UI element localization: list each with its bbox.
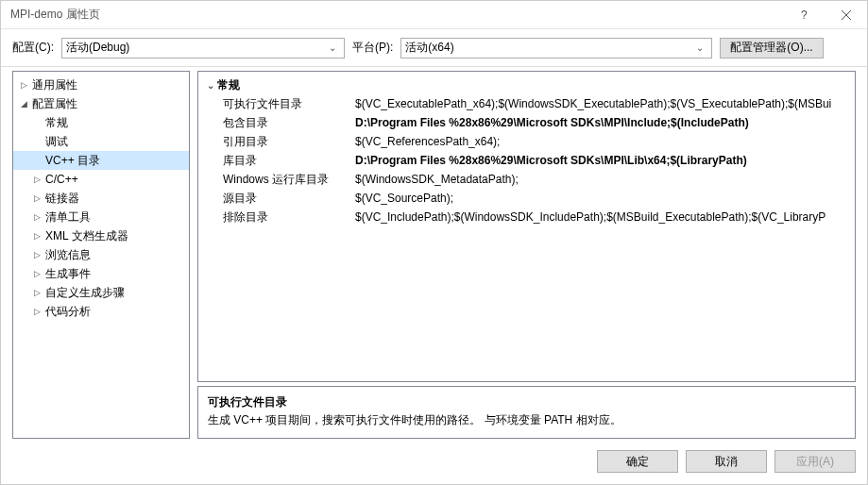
nav-tree[interactable]: ▷通用属性◢配置属性常规调试VC++ 目录▷C/C++▷链接器▷清单工具▷XML… [12, 71, 190, 439]
config-manager-label: 配置管理器(O)... [730, 40, 812, 56]
tree-item[interactable]: ▷代码分析 [13, 302, 189, 321]
tree-item-label: 通用属性 [30, 77, 77, 93]
tree-toggle-icon: ▷ [30, 286, 43, 299]
collapse-icon: ⌄ [204, 80, 217, 91]
tree-item-label: C/C++ [43, 173, 78, 186]
tree-toggle-icon: ▷ [30, 305, 43, 318]
toolbar: 配置(C): 活动(Debug) ⌄ 平台(P): 活动(x64) ⌄ 配置管理… [1, 29, 867, 67]
tree-toggle-icon [30, 154, 43, 167]
tree-toggle-icon: ▷ [30, 248, 43, 261]
property-row[interactable]: 引用目录$(VC_ReferencesPath_x64); [204, 132, 849, 151]
tree-item[interactable]: ▷链接器 [13, 189, 189, 208]
config-manager-button[interactable]: 配置管理器(O)... [720, 38, 823, 59]
property-name: 引用目录 [223, 134, 355, 150]
property-row[interactable]: 排除目录$(VC_IncludePath);$(WindowsSDK_Inclu… [204, 208, 849, 226]
property-value: $(VC_IncludePath);$(WindowsSDK_IncludePa… [355, 210, 849, 224]
tree-item-label: 链接器 [43, 191, 79, 207]
close-icon [842, 10, 851, 20]
tree-item-label: 清单工具 [43, 209, 91, 226]
close-button[interactable] [825, 1, 867, 29]
property-name: 源目录 [223, 191, 355, 207]
property-name: Windows 运行库目录 [223, 172, 355, 188]
tree-item-label: 常规 [43, 115, 68, 131]
tree-item-label: 浏览信息 [43, 247, 91, 263]
tree-item[interactable]: ▷浏览信息 [13, 245, 189, 264]
tree-item[interactable]: ▷XML 文档生成器 [13, 226, 189, 245]
description-title: 可执行文件目录 [208, 394, 845, 410]
ok-label: 确定 [626, 454, 649, 470]
tree-toggle-icon: ▷ [30, 267, 43, 280]
config-value: 活动(Debug) [66, 40, 325, 56]
tree-item[interactable]: ▷自定义生成步骤 [13, 283, 189, 302]
tree-toggle-icon [30, 135, 43, 148]
property-value: $(VC_ExecutablePath_x64);$(WindowsSDK_Ex… [355, 97, 849, 110]
tree-item-label: VC++ 目录 [43, 153, 100, 169]
tree-toggle-icon [30, 116, 43, 129]
tree-toggle-icon: ▷ [30, 210, 43, 224]
help-icon: ? [799, 8, 808, 22]
tree-item-label: 代码分析 [43, 304, 91, 320]
config-label: 配置(C): [12, 40, 54, 56]
cancel-button[interactable]: 取消 [686, 450, 767, 473]
ok-button[interactable]: 确定 [597, 450, 678, 473]
content: ▷通用属性◢配置属性常规调试VC++ 目录▷C/C++▷链接器▷清单工具▷XML… [1, 71, 867, 439]
property-value: $(VC_ReferencesPath_x64); [355, 135, 849, 148]
property-row[interactable]: 包含目录D:\Program Files %28x86%29\Microsoft… [204, 113, 849, 132]
tree-item[interactable]: ◢配置属性 [13, 94, 189, 113]
platform-label: 平台(P): [352, 40, 393, 56]
window-title: MPI-demo 属性页 [10, 7, 100, 23]
tree-item-label: 调试 [43, 134, 68, 150]
tree-toggle-icon: ▷ [17, 78, 30, 92]
description-panel: 可执行文件目录 生成 VC++ 项目期间，搜索可执行文件时使用的路径。 与环境变… [197, 386, 856, 439]
tree-item[interactable]: VC++ 目录 [13, 151, 189, 170]
property-row[interactable]: 可执行文件目录$(VC_ExecutablePath_x64);$(Window… [204, 94, 849, 113]
tree-item[interactable]: 常规 [13, 113, 189, 132]
config-combo[interactable]: 活动(Debug) ⌄ [61, 38, 345, 59]
property-grid: ⌄ 常规 可执行文件目录$(VC_ExecutablePath_x64);$(W… [197, 71, 856, 382]
property-row[interactable]: 库目录D:\Program Files %28x86%29\Microsoft … [204, 151, 849, 170]
property-row[interactable]: 源目录$(VC_SourcePath); [204, 189, 849, 208]
platform-combo[interactable]: 活动(x64) ⌄ [400, 38, 712, 59]
property-name: 可执行文件目录 [223, 96, 355, 112]
tree-item[interactable]: 调试 [13, 132, 189, 151]
titlebar-buttons: ? [782, 1, 867, 29]
cancel-label: 取消 [715, 454, 738, 470]
group-label: 常规 [217, 77, 240, 93]
group-header[interactable]: ⌄ 常规 [204, 75, 849, 94]
chevron-down-icon: ⌄ [325, 42, 340, 53]
properties-dialog: MPI-demo 属性页 ? 配置(C): 活动(Debug) ⌄ 平台(P):… [0, 0, 868, 485]
property-value: $(VC_SourcePath); [355, 192, 849, 205]
tree-item[interactable]: ▷清单工具 [13, 208, 189, 226]
platform-value: 活动(x64) [405, 40, 692, 56]
tree-item[interactable]: ▷通用属性 [13, 75, 189, 94]
apply-label: 应用(A) [796, 454, 834, 470]
property-value: $(WindowsSDK_MetadataPath); [355, 173, 849, 186]
help-button[interactable]: ? [782, 1, 825, 29]
tree-toggle-icon: ▷ [30, 192, 43, 205]
tree-item[interactable]: ▷生成事件 [13, 264, 189, 283]
titlebar: MPI-demo 属性页 ? [1, 1, 867, 29]
footer: 确定 取消 应用(A) [1, 439, 867, 484]
tree-item-label: 配置属性 [30, 96, 77, 112]
tree-toggle-icon: ▷ [30, 229, 43, 242]
property-name: 排除目录 [223, 209, 355, 226]
property-value: D:\Program Files %28x86%29\Microsoft SDK… [355, 116, 849, 129]
tree-item-label: 生成事件 [43, 266, 91, 282]
property-row[interactable]: Windows 运行库目录$(WindowsSDK_MetadataPath); [204, 170, 849, 189]
property-group: ⌄ 常规 可执行文件目录$(VC_ExecutablePath_x64);$(W… [198, 72, 855, 226]
tree-toggle-icon: ◢ [17, 97, 30, 110]
tree-item[interactable]: ▷C/C++ [13, 170, 189, 189]
tree-toggle-icon: ▷ [30, 173, 43, 186]
property-name: 库目录 [223, 153, 355, 169]
description-text: 生成 VC++ 项目期间，搜索可执行文件时使用的路径。 与环境变量 PATH 相… [208, 412, 845, 428]
tree-item-label: 自定义生成步骤 [43, 285, 125, 301]
svg-text:?: ? [801, 8, 808, 22]
property-value: D:\Program Files %28x86%29\Microsoft SDK… [355, 154, 849, 167]
apply-button[interactable]: 应用(A) [774, 450, 856, 473]
chevron-down-icon: ⌄ [692, 42, 707, 53]
property-name: 包含目录 [223, 115, 355, 131]
right-pane: ⌄ 常规 可执行文件目录$(VC_ExecutablePath_x64);$(W… [197, 71, 856, 439]
tree-item-label: XML 文档生成器 [43, 228, 128, 244]
